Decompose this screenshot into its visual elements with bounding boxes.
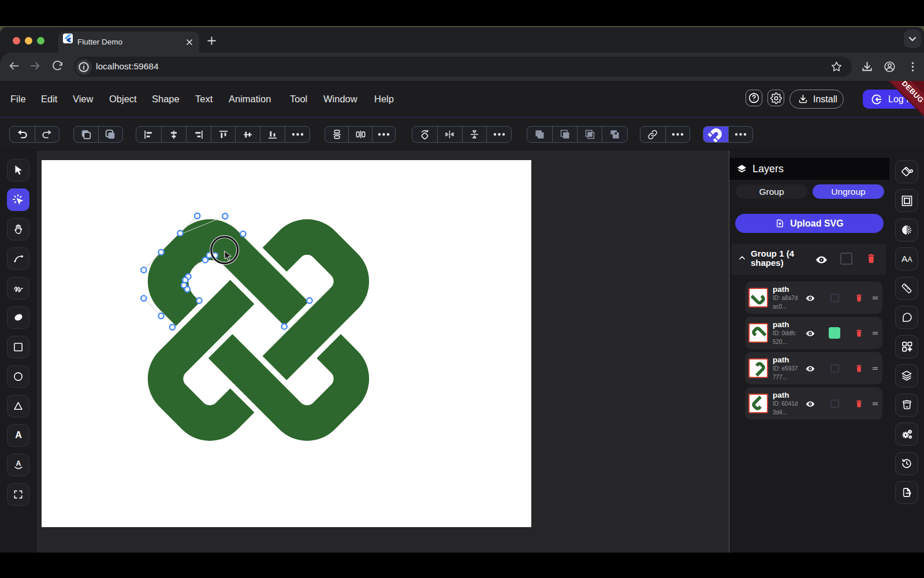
svg-text:A: A xyxy=(15,429,22,440)
svg-text:A: A xyxy=(901,254,908,264)
svg-text:A: A xyxy=(908,255,912,264)
svg-text:A: A xyxy=(16,460,21,468)
